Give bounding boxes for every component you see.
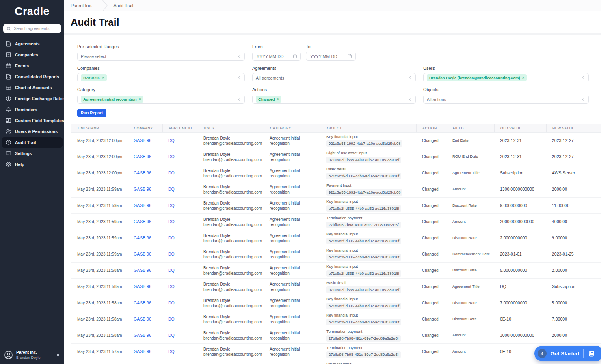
agreement-link[interactable]: DQ <box>168 219 175 224</box>
preselected-ranges-select[interactable]: Please select <box>77 52 245 61</box>
category-tag[interactable]: Agreement initial recognition× <box>81 96 143 103</box>
cell-category: Agreement initial recognition <box>264 330 321 341</box>
agreement-link[interactable]: DQ <box>168 154 175 159</box>
objects-select[interactable]: All actions <box>423 95 589 104</box>
object-id-chip: 921c3e53-1992-4bb7-a10e-acd3bf25cb08 <box>326 140 402 147</box>
cell-object: Key financial input b71c6c2f-d335-44b0-a… <box>321 248 416 261</box>
users-select[interactable]: Brendan Doyle (brendan@cradleaccounting.… <box>423 73 589 82</box>
sidebar-item-label: Settings <box>15 151 32 156</box>
table-row: May 23rd, 2023 11:58am GASB 96 DQ Brenda… <box>71 263 601 279</box>
remove-tag-icon[interactable]: × <box>138 97 141 101</box>
agreement-link[interactable]: DQ <box>168 138 175 143</box>
company-link[interactable]: GASB 96 <box>134 268 151 273</box>
audit-table-body: May 23rd, 2023 12:00pm GASB 96 DQ Brenda… <box>71 133 601 364</box>
agreement-link[interactable]: DQ <box>168 235 175 240</box>
agreement-link[interactable]: DQ <box>168 252 175 256</box>
cell-timestamp: May 23rd, 2023 12:00pm <box>71 154 128 159</box>
cell-field: Amount <box>447 187 494 192</box>
chat-help-icon[interactable]: ? <box>588 349 596 358</box>
agreement-link[interactable]: DQ <box>168 203 175 208</box>
sidebar-item-events[interactable]: Events <box>2 60 63 71</box>
user-name: Brendan Doyle <box>203 217 264 222</box>
cell-field: Commencement Date <box>447 252 494 256</box>
org-name: Parent Inc. <box>16 350 41 355</box>
cell-agreement: DQ <box>162 154 198 160</box>
agreement-link[interactable]: DQ <box>168 170 175 175</box>
run-report-button[interactable]: Run Report <box>77 109 106 117</box>
user-tag[interactable]: Brendan Doyle (brendan@cradleaccounting.… <box>427 74 527 81</box>
sidebar-item-settings[interactable]: Settings <box>2 148 63 159</box>
cell-agreement: DQ <box>162 349 198 355</box>
breadcrumb-item-parent-inc[interactable]: Parent Inc. <box>71 3 92 8</box>
action-tag[interactable]: Changed× <box>256 96 281 103</box>
sidebar-item-audit-trail[interactable]: Audit Trail <box>2 137 63 148</box>
user-name: Brendan Doyle <box>203 233 264 238</box>
object-type: Key financial input <box>326 248 416 253</box>
org-texts: Parent Inc. Brendan Doyle <box>16 350 41 360</box>
cell-category: Agreement initial recognition <box>264 233 321 243</box>
sidebar-item-foreign-exchange-rates[interactable]: Foreign Exchange Rates <box>2 93 63 104</box>
actions-select[interactable]: Changed× <box>252 95 416 104</box>
agreement-link[interactable]: DQ <box>168 317 175 321</box>
cell-new-value: 2000.00 <box>546 187 601 192</box>
table-row: May 23rd, 2023 12:00pm GASB 96 DQ Brenda… <box>71 165 601 181</box>
calendar-icon[interactable] <box>293 54 297 58</box>
sidebar-item-help[interactable]: Help <box>2 159 63 170</box>
cell-new-value: 11.00000 <box>546 203 601 209</box>
company-link[interactable]: GASB 96 <box>134 333 151 338</box>
user-email: brendan@cradleaccounting.com <box>203 271 264 276</box>
agreement-link[interactable]: DQ <box>168 284 175 289</box>
from-date-input[interactable] <box>256 54 288 59</box>
company-link[interactable]: GASB 96 <box>134 203 151 208</box>
remove-tag-icon[interactable]: × <box>522 75 525 80</box>
layout-icon <box>6 118 11 123</box>
category-select[interactable]: Agreement initial recognition× <box>77 95 245 104</box>
sidebar-item-consolidated-reports[interactable]: Consolidated Reports <box>2 71 63 82</box>
company-link[interactable]: GASB 96 <box>134 187 151 192</box>
from-date-field <box>252 52 301 61</box>
agreements-select[interactable]: All agreements <box>252 73 416 82</box>
cell-action: Changed <box>416 349 447 354</box>
company-link[interactable]: GASB 96 <box>134 252 151 256</box>
company-link[interactable]: GASB 96 <box>134 138 151 143</box>
sidebar-item-reminders[interactable]: Reminders <box>2 104 63 115</box>
company-link[interactable]: GASB 96 <box>134 235 151 240</box>
sidebar-item-custom-field-templates[interactable]: Custom Field Templates <box>2 115 63 126</box>
companies-select[interactable]: GASB 96× <box>77 73 245 82</box>
company-link[interactable]: GASB 96 <box>134 219 151 224</box>
company-link[interactable]: GASB 96 <box>134 349 151 354</box>
company-link[interactable]: GASB 96 <box>134 154 151 159</box>
agreement-link[interactable]: DQ <box>168 349 175 354</box>
company-tag[interactable]: GASB 96× <box>81 74 107 81</box>
to-date-input[interactable] <box>309 54 342 59</box>
sidebar-item-companies[interactable]: Companies <box>2 50 63 60</box>
cell-old-value: 0E-10 <box>494 317 546 322</box>
cell-agreement: DQ <box>162 219 198 225</box>
breadcrumb-item-audit-trail[interactable]: Audit Trail <box>113 3 133 8</box>
agreement-link[interactable]: DQ <box>168 187 175 192</box>
company-link[interactable]: GASB 96 <box>134 317 151 321</box>
column-header: Field <box>447 124 494 132</box>
filter-preselected-ranges: Pre-selected Ranges Please select <box>77 44 245 61</box>
get-started-button[interactable]: 4 Get Started ? <box>534 346 601 361</box>
agreement-link[interactable]: DQ <box>168 333 175 338</box>
org-switcher[interactable]: Parent Inc. Brendan Doyle <box>0 346 64 364</box>
agreement-link[interactable]: DQ <box>168 300 175 305</box>
company-link[interactable]: GASB 96 <box>134 170 151 175</box>
cell-category: Agreement initial recognition <box>264 249 321 260</box>
sidebar-item-agreements[interactable]: Agreements <box>2 39 63 49</box>
remove-tag-icon[interactable]: × <box>102 75 104 80</box>
sidebar-item-label: Reminders <box>15 107 37 112</box>
sidebar-item-chart-of-accounts[interactable]: Chart of Accounts <box>2 82 63 93</box>
remove-tag-icon[interactable]: × <box>277 97 279 101</box>
org-user: Brendan Doyle <box>16 355 41 360</box>
cell-object: Termination payment 27bffa98-7b98-491c-8… <box>321 215 416 228</box>
company-link[interactable]: GASB 96 <box>134 284 151 289</box>
column-header: Old Value <box>494 124 546 132</box>
sidebar-item-users-permissions[interactable]: Users & Permissions <box>2 126 63 137</box>
calendar-icon[interactable] <box>348 54 352 58</box>
search-input[interactable] <box>13 26 58 31</box>
company-link[interactable]: GASB 96 <box>134 300 151 305</box>
cell-field: Discount Rate <box>447 317 494 321</box>
agreement-link[interactable]: DQ <box>168 268 175 273</box>
